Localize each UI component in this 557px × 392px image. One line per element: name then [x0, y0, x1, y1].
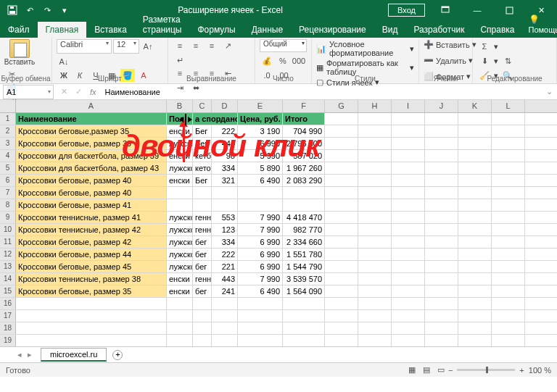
row-header[interactable]: 9: [0, 212, 16, 223]
cell[interactable]: [392, 162, 425, 174]
cell[interactable]: [238, 322, 283, 334]
cell[interactable]: [458, 175, 492, 186]
row-header[interactable]: 13: [0, 261, 16, 272]
cell[interactable]: бег: [193, 285, 212, 297]
cell[interactable]: Кроссовки беговые, размер 40: [16, 175, 167, 186]
cell[interactable]: енски: [167, 175, 193, 186]
cell[interactable]: [358, 224, 392, 235]
cell[interactable]: [392, 138, 425, 149]
cell[interactable]: [325, 150, 358, 162]
name-box[interactable]: A1: [3, 85, 54, 99]
cell[interactable]: лужско: [167, 162, 193, 174]
sheet-nav-prev[interactable]: ◂: [17, 350, 22, 359]
col-j[interactable]: J: [425, 100, 458, 112]
row-header[interactable]: 5: [0, 162, 16, 174]
autosum-icon[interactable]: Σ: [477, 40, 492, 53]
cell[interactable]: [392, 335, 425, 346]
cell[interactable]: [358, 249, 392, 260]
cell[interactable]: [492, 261, 525, 272]
cell[interactable]: Кроссовки беговые,размер 35: [16, 125, 167, 137]
cell[interactable]: [212, 187, 238, 199]
cell[interactable]: 123: [212, 224, 238, 235]
cell[interactable]: 321: [212, 175, 238, 186]
cell[interactable]: [238, 310, 283, 322]
row-header[interactable]: 17: [0, 310, 16, 322]
cell[interactable]: [425, 162, 458, 174]
cell[interactable]: [193, 298, 212, 309]
cell[interactable]: [458, 285, 492, 297]
decrease-font-icon[interactable]: A↓: [57, 55, 71, 68]
cell[interactable]: [425, 113, 458, 125]
cell[interactable]: [425, 285, 458, 297]
accept-formula-icon[interactable]: ✓: [71, 86, 86, 99]
tab-formulas[interactable]: Формулы: [189, 22, 243, 38]
cell[interactable]: [392, 125, 425, 137]
cell[interactable]: лужско: [167, 249, 193, 260]
cell[interactable]: [358, 261, 392, 272]
cell[interactable]: [167, 310, 193, 322]
cell[interactable]: [492, 335, 525, 346]
cell[interactable]: [358, 150, 392, 162]
cell[interactable]: [16, 322, 167, 334]
cell[interactable]: 5 890: [238, 162, 283, 174]
sheet-nav-next[interactable]: ▸: [28, 350, 32, 359]
cell[interactable]: генни: [193, 273, 212, 285]
cell[interactable]: [492, 298, 525, 309]
cell[interactable]: Кроссовки теннисные, размер 41: [16, 212, 167, 223]
cell[interactable]: [325, 162, 358, 174]
cell[interactable]: [492, 125, 525, 137]
cell[interactable]: [212, 322, 238, 334]
fill-icon[interactable]: ⬇: [477, 54, 492, 67]
tab-file[interactable]: Файл: [0, 22, 38, 38]
cell[interactable]: 1 544 790: [283, 261, 325, 272]
fx-icon[interactable]: fx: [86, 88, 101, 96]
minimize-icon[interactable]: —: [461, 0, 493, 20]
redo-icon[interactable]: ↷: [39, 2, 55, 18]
cell[interactable]: [392, 175, 425, 186]
cell[interactable]: кетб: [193, 150, 212, 162]
cell[interactable]: лужско: [167, 261, 193, 272]
col-b[interactable]: B: [167, 100, 193, 112]
cell[interactable]: [283, 199, 325, 211]
cell[interactable]: 6 490: [238, 175, 283, 186]
tab-layout[interactable]: Разметка страницы: [135, 12, 190, 38]
conditional-format-button[interactable]: 📊 Условное форматирование▾: [316, 39, 414, 58]
cell[interactable]: лужско: [167, 224, 193, 235]
font-size-select[interactable]: 12: [113, 39, 139, 54]
save-icon[interactable]: [4, 2, 20, 18]
tab-developer[interactable]: Разработчик: [405, 22, 472, 38]
cell[interactable]: [325, 322, 358, 334]
cell[interactable]: Кроссовки беговые, размер 42: [16, 236, 167, 248]
cell[interactable]: лужско: [167, 138, 193, 149]
cell[interactable]: 6 990: [238, 236, 283, 248]
cell[interactable]: бег: [193, 261, 212, 272]
cell[interactable]: Кроссовки теннисные, размер 42: [16, 224, 167, 235]
row-header[interactable]: 6: [0, 175, 16, 186]
cell[interactable]: [167, 298, 193, 309]
indent-inc-icon[interactable]: ⇥: [173, 81, 187, 94]
cell[interactable]: [392, 249, 425, 260]
tab-view[interactable]: Вид: [374, 22, 406, 38]
cell[interactable]: лужско: [167, 236, 193, 248]
cell[interactable]: [458, 125, 492, 137]
login-button[interactable]: Вход: [388, 4, 425, 17]
cell[interactable]: а спордано,: [193, 113, 238, 125]
cell[interactable]: 1 551 780: [283, 249, 325, 260]
cell[interactable]: [458, 212, 492, 223]
cell[interactable]: 98: [212, 150, 238, 162]
cell[interactable]: [492, 236, 525, 248]
cell[interactable]: [212, 335, 238, 346]
cell[interactable]: [392, 199, 425, 211]
cell[interactable]: [425, 273, 458, 285]
cell[interactable]: Кроссовки для баскетбола, размер 43: [16, 162, 167, 174]
cell[interactable]: 221: [212, 261, 238, 272]
cell[interactable]: 7 990: [238, 224, 283, 235]
zoom-value[interactable]: 100 %: [529, 366, 551, 375]
expand-formula-icon[interactable]: ⌄: [542, 87, 557, 96]
cell[interactable]: [425, 249, 458, 260]
undo-icon[interactable]: ↶: [22, 2, 38, 18]
tell-me[interactable]: 💡 Помощь: [523, 12, 557, 38]
row-header[interactable]: 8: [0, 199, 16, 211]
cell[interactable]: [392, 224, 425, 235]
row-header[interactable]: 10: [0, 224, 16, 235]
